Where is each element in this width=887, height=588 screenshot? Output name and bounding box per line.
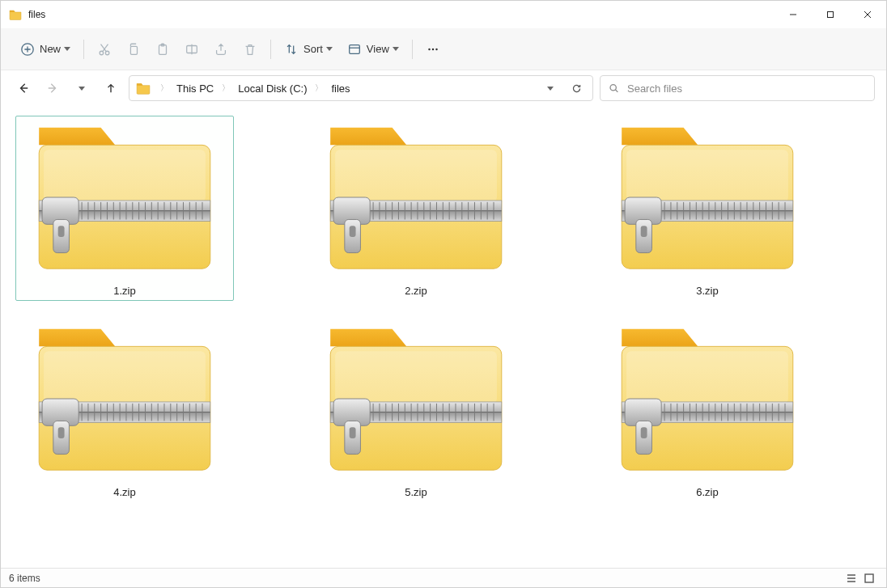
share-button[interactable]: [207, 36, 235, 63]
zip-folder-icon: [611, 120, 804, 275]
minimize-button[interactable]: [775, 1, 812, 28]
arrow-left-icon: [18, 82, 29, 94]
chevron-down-icon: [547, 87, 554, 91]
search-input[interactable]: [627, 82, 866, 95]
svg-point-10: [105, 51, 109, 55]
recent-locations-button[interactable]: [70, 77, 93, 99]
svg-rect-15: [350, 44, 360, 53]
breadcrumb-segment[interactable]: This PC: [175, 82, 215, 95]
titlebar: files: [1, 1, 886, 28]
up-button[interactable]: [100, 77, 122, 99]
sort-button[interactable]: Sort: [278, 36, 339, 63]
file-item[interactable]: 3.zip: [598, 116, 817, 301]
list-icon: [846, 573, 857, 584]
file-item[interactable]: 4.zip: [15, 317, 234, 502]
arrow-up-icon: [105, 82, 117, 94]
chevron-down-icon: [393, 47, 399, 51]
search-box[interactable]: [600, 75, 875, 101]
chevron-right-icon: 〉: [312, 82, 326, 94]
zip-folder-icon: [611, 321, 804, 476]
thumbnails-view-button[interactable]: [860, 571, 878, 586]
separator: [83, 40, 84, 59]
file-item[interactable]: 5.zip: [307, 317, 525, 502]
more-button[interactable]: [419, 36, 447, 63]
file-item[interactable]: 6.zip: [598, 317, 817, 502]
file-name: 5.zip: [405, 486, 427, 498]
chevron-down-icon: [79, 87, 85, 91]
svg-point-17: [432, 48, 435, 50]
forward-button[interactable]: [41, 77, 64, 99]
svg-rect-11: [130, 46, 137, 54]
paste-icon: [155, 42, 170, 57]
new-button[interactable]: New: [14, 36, 77, 63]
svg-rect-20: [865, 574, 873, 582]
address-bar[interactable]: 〉 This PC 〉 Local Disk (C:) 〉 files: [129, 75, 593, 101]
separator: [270, 40, 271, 59]
status-bar: 6 items: [1, 568, 886, 587]
address-folder-icon: [136, 81, 151, 95]
view-button[interactable]: View: [341, 36, 405, 63]
chevron-right-icon: 〉: [219, 82, 233, 94]
chevron-down-icon: [64, 47, 70, 51]
plus-circle-icon: [20, 42, 35, 57]
rename-icon: [185, 42, 199, 57]
close-button[interactable]: [849, 1, 886, 28]
zip-folder-icon: [28, 120, 221, 275]
window-controls: [775, 1, 886, 28]
window-folder-icon: [9, 8, 22, 21]
file-item[interactable]: 1.zip: [15, 116, 234, 301]
zip-folder-icon: [320, 321, 512, 476]
address-dropdown-button[interactable]: [539, 77, 562, 99]
svg-point-18: [435, 48, 438, 50]
nav-row: 〉 This PC 〉 Local Disk (C:) 〉 files: [1, 70, 886, 106]
cut-icon: [97, 42, 112, 57]
arrow-right-icon: [47, 82, 58, 94]
file-name: 2.zip: [405, 285, 427, 297]
delete-icon: [243, 42, 257, 57]
paste-button[interactable]: [149, 36, 176, 63]
breadcrumb-segment[interactable]: files: [329, 82, 351, 95]
cut-button[interactable]: [91, 36, 118, 63]
svg-point-9: [100, 51, 104, 55]
item-count: 6 items: [9, 573, 40, 584]
svg-point-19: [610, 85, 616, 91]
file-name: 4.zip: [113, 486, 135, 498]
grid-icon: [864, 573, 875, 584]
search-icon: [609, 82, 619, 94]
maximize-button[interactable]: [812, 1, 849, 28]
new-label: New: [40, 43, 61, 55]
file-item[interactable]: 2.zip: [307, 116, 525, 301]
copy-button[interactable]: [120, 36, 147, 63]
zip-folder-icon: [320, 120, 512, 275]
sort-icon: [284, 42, 299, 57]
svg-rect-7: [828, 12, 834, 18]
file-view[interactable]: 1.zip 2.zip 3.zip 4.zip 5.zip 6.zip: [1, 106, 886, 568]
zip-folder-icon: [28, 321, 221, 476]
rename-button[interactable]: [178, 36, 206, 63]
sort-label: Sort: [303, 43, 323, 55]
breadcrumb-segment[interactable]: Local Disk (C:): [236, 82, 308, 95]
svg-point-16: [428, 48, 431, 50]
file-name: 6.zip: [696, 486, 718, 498]
separator: [412, 40, 413, 59]
window-title: files: [28, 9, 45, 20]
delete-button[interactable]: [236, 36, 264, 63]
view-icon: [347, 42, 362, 57]
file-name: 3.zip: [696, 285, 718, 297]
refresh-icon: [571, 83, 582, 94]
details-view-button[interactable]: [842, 571, 860, 586]
chevron-down-icon: [326, 47, 333, 51]
ellipsis-icon: [426, 42, 440, 57]
back-button[interactable]: [12, 77, 35, 99]
share-icon: [214, 42, 228, 57]
view-label: View: [367, 43, 389, 55]
file-name: 1.zip: [113, 285, 135, 297]
toolbar: New Sort View: [1, 28, 886, 70]
chevron-right-icon: 〉: [157, 82, 172, 94]
refresh-button[interactable]: [565, 77, 588, 99]
copy-icon: [126, 42, 141, 57]
